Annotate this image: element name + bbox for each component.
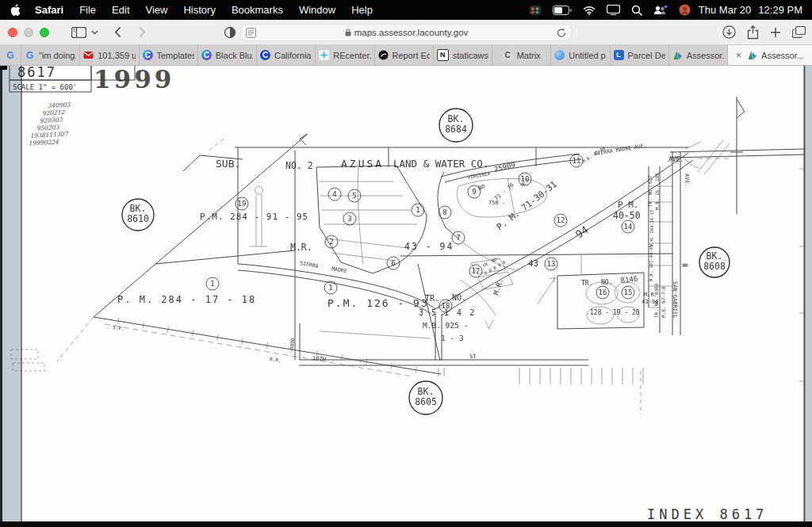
- close-window-button[interactable]: [8, 28, 17, 37]
- tab-title: Assessor...: [761, 51, 804, 60]
- map-label: 1 - 3: [441, 334, 464, 342]
- zoom-window-button[interactable]: [40, 28, 49, 37]
- display-icon[interactable]: [607, 5, 620, 15]
- tab-title: staticaws....: [453, 51, 488, 60]
- new-tab-icon[interactable]: [770, 27, 781, 38]
- map-label: P.M. 284 - 91 - 95: [200, 212, 308, 222]
- map-label: AVE.: [668, 156, 684, 163]
- menu-item-file[interactable]: File: [71, 4, 104, 16]
- menu-item-safari[interactable]: Safari: [27, 4, 71, 16]
- map-label: 71 - 76: [493, 181, 515, 201]
- share-icon[interactable]: [747, 25, 759, 40]
- menu-item-help[interactable]: Help: [343, 4, 381, 16]
- menu-bar: SafariFileEditViewHistoryBookmarksWindow…: [0, 0, 812, 20]
- apple-logo-icon[interactable]: [10, 4, 22, 17]
- sidebar-icon[interactable]: [67, 23, 91, 42]
- assessor-favicon: [747, 50, 757, 60]
- map-label: 43: [528, 258, 538, 269]
- menu-item-edit[interactable]: Edit: [104, 4, 137, 16]
- canva-favicon: C: [143, 50, 153, 60]
- book-circle-label: BK.: [448, 113, 465, 124]
- map-label: NO.: [452, 293, 466, 302]
- chevron-down-icon[interactable]: [91, 23, 103, 42]
- search-icon[interactable]: [631, 5, 642, 16]
- revision-dates: 3409039202129203039502031938111307199902…: [29, 101, 71, 147]
- tab[interactable]: CBlack Blu...: [198, 45, 257, 65]
- tab-title: "im doing...: [39, 51, 76, 60]
- scale-label: SCALE 1" = 600': [13, 83, 77, 91]
- menu-item-history[interactable]: History: [175, 4, 223, 16]
- tab[interactable]: G: [0, 45, 21, 65]
- tab[interactable]: CTemplates: [140, 45, 198, 65]
- tab[interactable]: G"im doing...: [21, 45, 80, 65]
- menu-item-bookmarks[interactable]: Bookmarks: [224, 4, 291, 16]
- map-label: MADRE: [331, 265, 348, 274]
- parcel-circle-number: 17: [472, 267, 481, 275]
- map-label: P M.: [618, 200, 639, 210]
- tab-bar: GG"im doing...101,359 u...CTemplatesCBla…: [0, 45, 812, 66]
- avatar-icon[interactable]: [679, 4, 691, 16]
- map-label: SAN GABRIEL: [672, 281, 678, 318]
- colorful-app-icon[interactable]: [529, 5, 542, 16]
- map-label: 128 - 19 - 20: [590, 309, 640, 316]
- back-icon[interactable]: [109, 23, 126, 42]
- tab-title: Black Blu...: [216, 51, 253, 60]
- scan-margin-left: [2, 66, 21, 527]
- book-circle-label: BK.: [418, 386, 435, 397]
- parcel-circle-number: 1: [328, 284, 332, 292]
- assessor-favicon: [672, 50, 683, 60]
- compass-favicon: [319, 50, 329, 60]
- shield-icon[interactable]: [219, 23, 241, 42]
- map-label: SIERRA: [300, 260, 320, 269]
- year-stamp: 1999: [94, 66, 174, 94]
- menu-item-view[interactable]: View: [138, 4, 176, 16]
- circle-c-favicon: C: [260, 50, 270, 60]
- reload-icon[interactable]: [557, 28, 566, 38]
- map-label: ST: [469, 353, 477, 360]
- tab[interactable]: CMatrix: [492, 45, 551, 65]
- tab-title: Untitled p...: [569, 51, 606, 60]
- book-circle-label: 8610: [127, 213, 149, 224]
- tab[interactable]: 101,359 u...: [80, 45, 139, 65]
- tab[interactable]: LParcel De...: [611, 45, 669, 65]
- map-label: 43 - 94: [404, 241, 454, 252]
- map-label: S.P.: [113, 324, 124, 331]
- battery-icon[interactable]: [553, 6, 572, 15]
- canva-favicon: C: [201, 50, 212, 60]
- parcel-circle-number: 16: [599, 288, 607, 296]
- menu-item-window[interactable]: Window: [291, 4, 343, 16]
- map-label: P. M. 284 - 17 - 18: [117, 294, 256, 305]
- sheet-number: 8617: [17, 66, 56, 80]
- user-switch-icon[interactable]: [653, 5, 668, 16]
- revision-date: 920303: [40, 116, 63, 124]
- tab-overview-icon[interactable]: [792, 26, 806, 38]
- minimize-window-button[interactable]: [24, 28, 33, 37]
- tab-active[interactable]: ×Assessor...: [728, 45, 812, 65]
- forward-icon[interactable]: [134, 23, 151, 42]
- assessor-map[interactable]: 8617 SCALE 1" = 600' 1999 34090392021292…: [0, 66, 812, 527]
- tab[interactable]: REcenter...: [316, 45, 374, 65]
- tab[interactable]: Assessor...: [669, 45, 728, 65]
- book-circles: BK.8684BK.8610BK.8608BK.8605: [122, 109, 730, 414]
- parcel-circle-number: 6: [391, 259, 395, 267]
- wifi-icon[interactable]: [583, 6, 596, 15]
- close-tab-icon[interactable]: ×: [736, 50, 741, 61]
- tab[interactable]: Untitled p...: [551, 45, 610, 65]
- tab[interactable]: Nstaticaws....: [434, 45, 492, 65]
- tab[interactable]: Report Ed...: [375, 45, 434, 65]
- address-bar[interactable]: maps.assessor.lacounty.gov: [240, 24, 572, 41]
- parcel-circle-number: 8: [442, 208, 446, 216]
- parcel-circle-number: 4: [332, 190, 336, 198]
- tab[interactable]: CCalifornia...: [257, 45, 316, 65]
- map-label: SIERRA MADRE AVE.: [594, 143, 647, 157]
- parcel-circle-number: 19: [238, 200, 247, 208]
- safari-toolbar: maps.assessor.lacounty.gov: [0, 20, 812, 45]
- map-label: VIRGINIA: [467, 170, 491, 180]
- revision-date: 19990224: [29, 138, 59, 147]
- book-circle-label: 8605: [415, 396, 437, 407]
- map-label: 25909: [493, 161, 516, 174]
- map-label: TR.: [425, 294, 439, 303]
- reader-icon[interactable]: [246, 28, 256, 38]
- download-icon[interactable]: [722, 25, 736, 39]
- scan-margin-right: [806, 66, 812, 527]
